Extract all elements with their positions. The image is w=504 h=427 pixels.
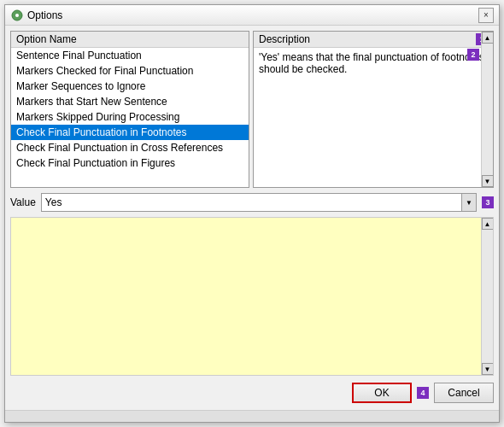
svg-point-1 xyxy=(15,14,19,17)
ok-button[interactable]: OK xyxy=(352,383,412,403)
dropdown-arrow[interactable]: ▼ xyxy=(461,193,477,212)
main-panels: Option Name Sentence Final PunctuationMa… xyxy=(10,31,494,188)
badge-3: 3 xyxy=(482,196,494,208)
value-label: Value xyxy=(10,196,36,208)
description-header-text: Description xyxy=(259,33,310,45)
right-scrollbar[interactable]: ▲ ▼ xyxy=(481,32,493,187)
close-button[interactable]: × xyxy=(478,8,494,23)
option-item-5[interactable]: Check Final Punctuation in Footnotes xyxy=(11,125,249,140)
window-title: Options xyxy=(27,9,62,21)
badge-4: 4 xyxy=(417,387,429,399)
value-input[interactable] xyxy=(41,193,477,212)
yellow-scrollbar[interactable]: ▲ ▼ xyxy=(481,218,493,375)
options-dialog: Options × Option Name Sentence Final Pun… xyxy=(4,4,500,423)
option-item-2[interactable]: Marker Sequences to Ignore xyxy=(11,79,249,94)
option-item-1[interactable]: Markers Checked for Final Punctuation xyxy=(11,63,249,79)
option-item-4[interactable]: Markers Skipped During Processing xyxy=(11,109,249,125)
cancel-button[interactable]: Cancel xyxy=(434,383,494,403)
description-text: 'Yes' means that the final punctuation o… xyxy=(254,48,493,187)
badge-2: 2 xyxy=(467,49,479,61)
option-item-6[interactable]: Check Final Punctuation in Cross Referen… xyxy=(11,140,249,155)
button-row: OK 4 Cancel xyxy=(10,381,494,405)
value-select-wrapper: ▼ xyxy=(41,193,477,212)
description-panel: Description 1 'Yes' means that the final… xyxy=(253,31,494,188)
option-item-7[interactable]: Check Final Punctuation in Figures xyxy=(11,155,249,171)
value-row: Value ▼ 3 xyxy=(10,193,494,212)
title-bar-left: Options xyxy=(10,9,62,22)
option-item-3[interactable]: Markers that Start New Sentence xyxy=(11,94,249,109)
status-bar xyxy=(5,410,499,422)
option-item-0[interactable]: Sentence Final Punctuation xyxy=(11,48,249,63)
yellow-scroll-down[interactable]: ▼ xyxy=(482,363,494,375)
title-bar: Options × xyxy=(5,5,499,26)
scroll-up-btn[interactable]: ▲ xyxy=(482,32,494,44)
yellow-scroll-up[interactable]: ▲ xyxy=(482,218,494,230)
scroll-down-btn[interactable]: ▼ xyxy=(482,175,494,187)
option-list[interactable]: Sentence Final PunctuationMarkers Checke… xyxy=(11,48,249,187)
option-name-panel: Option Name Sentence Final PunctuationMa… xyxy=(10,31,249,188)
option-name-header: Option Name xyxy=(11,32,249,48)
notes-area: ▲ ▼ xyxy=(10,217,494,376)
scroll-track xyxy=(482,44,493,175)
content-area: Option Name Sentence Final PunctuationMa… xyxy=(5,26,499,410)
window-icon xyxy=(10,9,24,22)
yellow-scroll-track xyxy=(482,230,493,363)
description-header: Description 1 xyxy=(254,32,493,48)
